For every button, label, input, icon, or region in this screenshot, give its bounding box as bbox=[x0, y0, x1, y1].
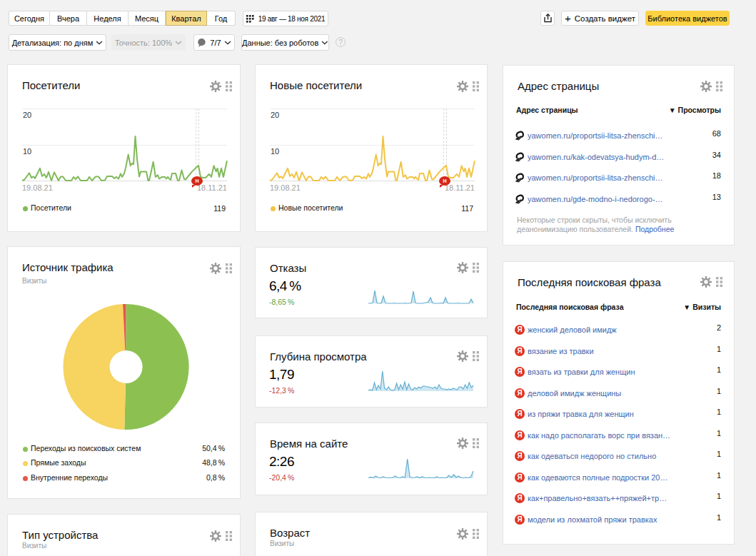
svg-text:10: 10 bbox=[23, 147, 31, 156]
svg-text:19.08.21: 19.08.21 bbox=[270, 183, 301, 192]
svg-text:20: 20 bbox=[271, 111, 279, 119]
svg-text:19.08.21: 19.08.21 bbox=[22, 183, 53, 192]
svg-text:10: 10 bbox=[271, 147, 279, 156]
svg-text:18.11.21: 18.11.21 bbox=[197, 183, 227, 192]
svg-text:20: 20 bbox=[23, 111, 31, 119]
svg-text:18.11.21: 18.11.21 bbox=[445, 183, 475, 192]
